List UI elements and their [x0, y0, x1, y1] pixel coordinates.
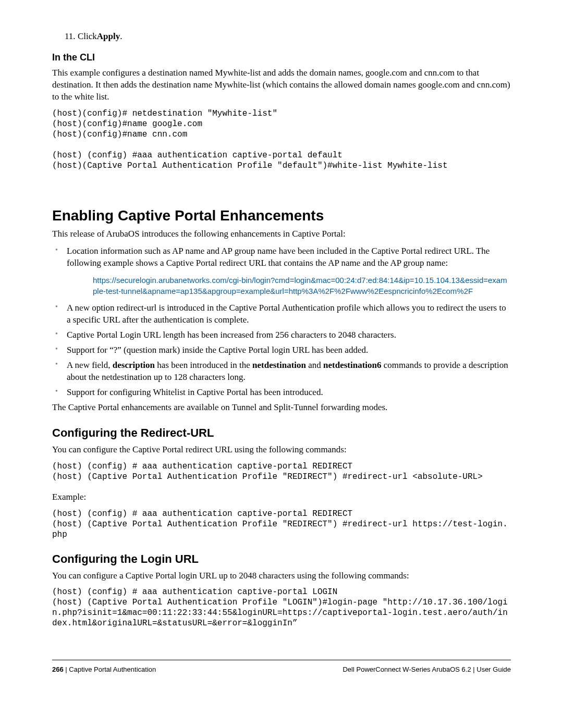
list-item: Location information such as AP name and…: [52, 245, 511, 297]
text: and: [306, 360, 323, 370]
step-number: 11.: [65, 31, 76, 41]
footer-product: Dell PowerConnect W-Series ArubaOS 6.2: [342, 665, 471, 673]
login-heading: Configuring the Login URL: [52, 552, 511, 566]
cli-intro: This example configures a destination na…: [52, 67, 511, 103]
list-item: A new option redirect-url is introduced …: [52, 302, 511, 326]
text: A new field,: [67, 360, 113, 370]
step-11: 11. ClickApply.: [52, 31, 511, 42]
enhancements-list: Location information such as AP name and…: [52, 245, 511, 399]
cli-heading: In the CLI: [52, 52, 511, 63]
page-footer: 266 | Captive Portal Authentication Dell…: [52, 660, 511, 673]
bold-term: netdestination: [252, 360, 306, 370]
list-item: Captive Portal Login URL length has been…: [52, 329, 511, 341]
footer-left: 266 | Captive Portal Authentication: [52, 665, 156, 673]
list-item: Support for “?” (question mark) inside t…: [52, 344, 511, 356]
enhancements-outro: The Captive Portal enhancements are avai…: [52, 402, 511, 414]
footer-right: Dell PowerConnect W-Series ArubaOS 6.2 |…: [342, 665, 511, 673]
redirect-heading: Configuring the Redirect-URL: [52, 426, 511, 440]
bold-term: netdestination6: [323, 360, 381, 370]
login-code: (host) (config) # aaa authentication cap…: [52, 587, 511, 628]
page-number: 266: [52, 665, 64, 673]
redirect-code2: (host) (config) # aaa authentication cap…: [52, 509, 511, 540]
bullet-text: Location information such as AP name and…: [67, 246, 489, 268]
step-prefix: Click: [78, 31, 97, 41]
enhancements-intro: This release of ArubaOS introduces the f…: [52, 228, 511, 240]
bold-term: description: [113, 360, 155, 370]
document-page: 11. ClickApply. In the CLI This example …: [0, 0, 563, 698]
cli-code: (host)(config)# netdestination "Mywhite-…: [52, 108, 511, 171]
footer-guide: User Guide: [476, 665, 511, 673]
example-label: Example:: [52, 491, 511, 503]
redirect-code1: (host) (config) # aaa authentication cap…: [52, 461, 511, 482]
footer-sep2: |: [471, 665, 477, 673]
enhancements-heading: Enabling Captive Portal Enhancements: [52, 207, 511, 224]
list-item: Support for configuring Whitelist in Cap…: [52, 387, 511, 399]
redirect-url-example: https://securelogin.arubanetworks.com/cg…: [93, 275, 511, 298]
text: has been introduced in the: [155, 360, 252, 370]
redirect-intro: You can configure the Captive Portal red…: [52, 444, 511, 456]
step-suffix: .: [120, 31, 122, 41]
step-bold: Apply: [97, 31, 120, 41]
footer-section: Captive Portal Authentication: [69, 665, 156, 673]
login-intro: You can configure a Captive Portal login…: [52, 570, 511, 582]
list-item: A new field, description has been introd…: [52, 360, 511, 384]
footer-sep: |: [64, 665, 69, 673]
